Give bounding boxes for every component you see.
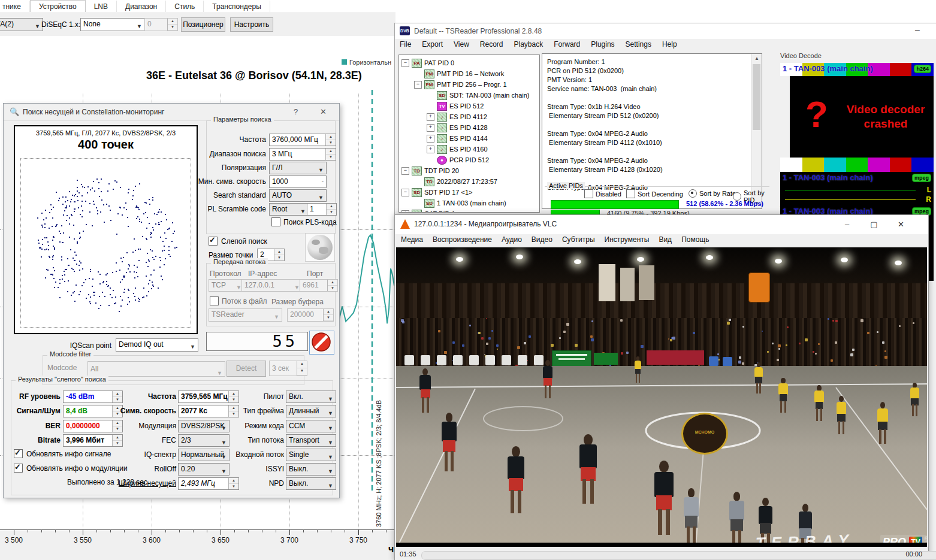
tree-item[interactable]: +CACAT PID 1 — [399, 208, 537, 213]
checkbox[interactable] — [210, 296, 219, 305]
tree-item[interactable]: ●PCR PID 512 — [399, 155, 537, 165]
tree-expand-icon[interactable]: − — [401, 59, 409, 67]
menu-Help[interactable]: Help — [662, 40, 677, 49]
positioner-button[interactable]: Позиционер — [181, 17, 225, 32]
tree-item[interactable]: −PMPMT PID 256 – Progr. 1 — [399, 79, 537, 90]
tree-expand-icon[interactable]: + — [427, 146, 434, 153]
tree-expand-icon[interactable]: + — [427, 124, 434, 132]
update-info-checkbox-1[interactable]: Обновлять инфо о модуляции — [14, 464, 128, 473]
diseqc-select[interactable]: None▼ — [80, 18, 145, 31]
scrollbar[interactable]: ▲ ▼ — [751, 54, 762, 208]
param-select-4[interactable]: AUTO▼ — [269, 189, 327, 202]
result-select-r2[interactable]: CCM▼ — [286, 420, 336, 432]
help-button[interactable]: ? — [294, 107, 298, 116]
dialog-titlebar[interactable]: 🔍 Поиск несущей и Constellation-монитори… — [4, 104, 339, 121]
scroll-thumb[interactable] — [753, 64, 760, 130]
menu-Субтитры[interactable]: Субтитры — [562, 235, 595, 244]
menu-Воспроизведение[interactable]: Воспроизведение — [433, 235, 492, 244]
menu-File[interactable]: File — [400, 40, 411, 49]
result-select-r5[interactable]: Выкл.▼ — [286, 463, 336, 476]
param-select-2[interactable]: Г/Л▼ — [269, 162, 327, 174]
result-select-r6[interactable]: Выкл.▼ — [286, 477, 336, 490]
tree-item[interactable]: +♪ES PID 4128 — [399, 122, 537, 133]
checkbox[interactable] — [209, 237, 218, 246]
video-display[interactable]: MCHOMO TERBAY PRO TV NET.UA — [396, 247, 927, 547]
configure-button[interactable]: Настроить — [230, 17, 273, 32]
tree-item[interactable]: +♪ES PID 4112 — [399, 111, 537, 122]
menu-Settings[interactable]: Settings — [626, 40, 651, 49]
param-spinner-5b[interactable]: 1▲▼ — [307, 203, 337, 216]
iqscan-select[interactable]: Demod IQ out▼ — [116, 338, 198, 352]
menu-Plugins[interactable]: Plugins — [591, 40, 614, 49]
tree-item[interactable]: SDSDT: TAN-003 (main chain) — [399, 90, 537, 101]
tree-item[interactable]: PMPMT PID 16 – Network — [399, 68, 537, 79]
menu-Вид[interactable]: Вид — [659, 235, 672, 244]
menu-Export[interactable]: Export — [422, 40, 443, 49]
tree-expand-icon[interactable]: − — [414, 81, 422, 89]
menu-Record[interactable]: Record — [480, 40, 503, 49]
tree-expand-icon[interactable]: + — [427, 113, 434, 121]
tab-Стиль[interactable]: Стиль — [166, 1, 204, 12]
tree-expand-icon[interactable]: + — [401, 210, 409, 213]
param-combo-3[interactable]: 1000ˇ — [269, 175, 327, 188]
menu-Forward[interactable]: Forward — [554, 40, 580, 49]
minimize-button[interactable]: – — [905, 25, 929, 34]
result-select-r1[interactable]: Длинный▼ — [286, 405, 336, 417]
menu-Видео[interactable]: Видео — [532, 235, 552, 244]
checkbox[interactable] — [584, 189, 593, 198]
close-icon[interactable]: ✕ — [320, 107, 327, 116]
checkbox[interactable] — [271, 217, 280, 226]
menu-Помощь[interactable]: Помощь — [681, 235, 709, 244]
tree-item[interactable]: +♪ES PID 4144 — [399, 133, 537, 144]
stream-to-file-checkbox[interactable]: Поток в файл — [210, 296, 267, 305]
pls-search-checkbox[interactable]: Поиск PLS-кода — [271, 217, 337, 226]
blind-search-checkbox[interactable]: Слепой поиск — [209, 237, 267, 246]
tab-Диапазон[interactable]: Диапазон — [117, 1, 166, 12]
sort-by-rate-radio[interactable]: Sort by Rate — [689, 189, 736, 198]
sort-descending-checkbox[interactable]: Sort Decending — [626, 189, 683, 198]
scroll-up-icon[interactable]: ▲ — [752, 54, 762, 63]
radio[interactable] — [689, 189, 697, 198]
tree-expand-icon[interactable]: − — [401, 167, 409, 175]
tree-item[interactable]: −TDTDT PID 20 — [399, 165, 537, 176]
radio[interactable] — [733, 192, 741, 201]
tab-Устройство[interactable]: Устройство — [30, 0, 86, 12]
video-thumbnail-header[interactable]: 1 - TAN-003 (main chain) h264 — [780, 63, 934, 76]
tree-item[interactable]: SD1 TAN-003 (main chain) — [399, 198, 537, 208]
close-icon[interactable]: ✕ — [887, 215, 914, 234]
tree-item[interactable]: +♪ES PID 4160 — [399, 144, 537, 155]
menu-Инструменты[interactable]: Инструменты — [605, 235, 650, 244]
param-spinner-0[interactable]: 3760,000 МГц▲▼ — [269, 134, 336, 146]
checkbox[interactable] — [14, 449, 23, 458]
tree-expand-icon[interactable]: + — [427, 135, 434, 143]
menu-Playback[interactable]: Playback — [514, 40, 544, 49]
device-select[interactable]: B/A(2)▼ — [0, 18, 43, 31]
minimize-button[interactable]: – — [834, 215, 860, 234]
result-select-r4[interactable]: Single▼ — [286, 449, 336, 461]
checkbox[interactable] — [14, 464, 23, 473]
tree-item[interactable]: TD2022/08/27 17:23:57 — [399, 176, 537, 187]
seek-slider[interactable] — [421, 551, 936, 560]
tab-LNB[interactable]: LNB — [86, 1, 117, 12]
menu-Медиа[interactable]: Медиа — [401, 235, 423, 244]
result-select-r3[interactable]: Transport▼ — [286, 434, 336, 447]
menu-View[interactable]: View — [454, 40, 469, 49]
tsreader-titlebar[interactable]: DVB Default -- TSReader Professional 2.8… — [395, 23, 936, 39]
audio-row-1[interactable]: 1 - TAN-003 (main chain) mpeg — [780, 172, 934, 185]
result-select-r0[interactable]: Вкл.▼ — [286, 391, 336, 403]
update-info-checkbox-0[interactable]: Обновлять инфо сигнале — [14, 449, 111, 458]
param-select-5[interactable]: Root▼ — [269, 203, 309, 216]
checkbox[interactable] — [626, 189, 635, 198]
tree-item[interactable]: −PAPAT PID 0 — [399, 57, 537, 68]
tree-expand-icon[interactable]: − — [401, 189, 409, 196]
tab-clipped[interactable]: тнике — [0, 1, 30, 12]
tree-item[interactable]: TVES PID 512 — [399, 101, 537, 111]
menu-Аудио[interactable]: Аудио — [502, 235, 522, 244]
vlc-titlebar[interactable]: 127.0.0.1:1234 - Медиапроигрыватель VLC … — [395, 215, 928, 234]
param-spinner-1[interactable]: 3 МГц▲▼ — [269, 148, 336, 161]
tree-item[interactable]: −SDSDT PID 17 <1> — [399, 187, 537, 198]
stop-button[interactable] — [309, 331, 334, 355]
maximize-button[interactable]: ▢ — [860, 215, 887, 234]
disabled-checkbox[interactable]: Disabled — [584, 189, 621, 198]
tab-Транспондеры[interactable]: Транспондеры — [204, 1, 270, 12]
